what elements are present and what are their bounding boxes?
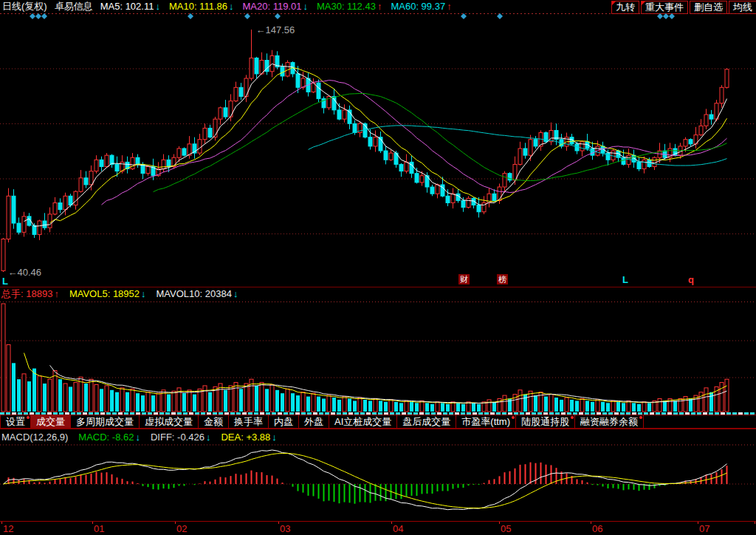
- axis-tick: [499, 522, 500, 524]
- volume-label: 总手: 18893↑: [1, 287, 59, 301]
- top-bar: 日线(复权) 卓易信息 MA5: 102.11↓MA10: 111.86↓MA2…: [0, 0, 756, 13]
- svg-text:财: 财: [460, 275, 468, 284]
- signal-diamonds: [30, 13, 675, 19]
- tab-换手率[interactable]: 换手率: [229, 415, 269, 428]
- axis-month-label: 12: [3, 523, 13, 534]
- ma-label: MA30: 112.43↑: [317, 1, 382, 12]
- tab-设置[interactable]: 设置: [0, 415, 31, 428]
- tab-成交量[interactable]: 成交量: [31, 415, 71, 428]
- axis-tick: [278, 522, 279, 524]
- tab-bar: 设置成交量多周期成交量虚拟成交量金额换手率内盘外盘AI立桩成交量盘后成交量市盈率…: [0, 412, 756, 429]
- ma20-line: [102, 81, 727, 205]
- macd-label: DIFF: -0.426↓: [151, 432, 210, 443]
- event-badge-财[interactable]: 财: [458, 274, 470, 284]
- down-arrow-icon: ↓: [141, 288, 146, 299]
- corner-marker: L: [2, 276, 8, 287]
- signal-diamond-icon: [30, 13, 35, 19]
- mavol5-line: [24, 353, 727, 403]
- up-arrow-icon: ↑: [377, 1, 382, 12]
- down-arrow-icon: ↓: [303, 1, 308, 12]
- down-arrow-icon: ↓: [233, 288, 238, 299]
- tab-外盘[interactable]: 外盘: [299, 415, 329, 428]
- signal-diamond-icon: [188, 13, 193, 19]
- tab-多周期成交量[interactable]: 多周期成交量: [71, 415, 140, 428]
- macd-title: MACD(12,26,9): [1, 432, 68, 443]
- down-arrow-icon: ↓: [272, 432, 277, 443]
- up-arrow-icon: ↑: [447, 1, 452, 12]
- axis-month-label: 05: [501, 523, 511, 534]
- volume-bars: [1, 304, 729, 412]
- down-arrow-icon: ↓: [206, 432, 211, 443]
- down-arrow-icon: ↓: [229, 1, 234, 12]
- tab-金额[interactable]: 金额: [199, 415, 229, 428]
- svg-text:榜: 榜: [498, 275, 506, 284]
- tab-陆股通持股[interactable]: 陆股通持股: [516, 415, 575, 428]
- ma-label: MA5: 102.11↓: [100, 1, 160, 12]
- ma10-line: [50, 68, 727, 223]
- volume-label: MAVOL5: 18952↓: [69, 288, 146, 299]
- ma-label: MA60: 99.37↑: [391, 1, 451, 12]
- tab-AI立桩成交量[interactable]: AI立桩成交量: [329, 415, 397, 428]
- low-price-annotation: ←40.46: [8, 267, 42, 278]
- down-arrow-icon: ↓: [135, 432, 140, 443]
- signal-diamond-icon: [497, 13, 503, 19]
- tab-盘后成交量[interactable]: 盘后成交量: [397, 415, 456, 428]
- signal-diamond-icon: [244, 13, 250, 19]
- signal-diamond-icon: [657, 13, 663, 19]
- stock-name: 卓易信息: [55, 0, 93, 13]
- signal-diamond-icon: [669, 13, 675, 19]
- high-price-annotation: ←147.56: [256, 24, 295, 35]
- macd-label: MACD: -8.62↓: [78, 432, 140, 443]
- axis-month-label: 06: [592, 523, 602, 534]
- macd-chart[interactable]: [0, 444, 756, 521]
- axis-tick: [755, 522, 755, 524]
- volume-label: MAVOL10: 20384↓: [157, 288, 238, 299]
- tab-市盈率(ttm)[interactable]: 市盈率(ttm): [456, 415, 516, 428]
- ma-values: MA5: 102.11↓MA10: 111.86↓MA20: 119.01↓MA…: [100, 1, 452, 12]
- ma-label: MA20: 119.01↓: [242, 1, 307, 12]
- axis-tick: [591, 522, 591, 524]
- main-chart[interactable]: ←147.56←40.46财榜LqL: [0, 13, 756, 287]
- axis-month-label: 03: [280, 523, 290, 534]
- chart-marker-q: q: [688, 274, 694, 285]
- tab-内盘[interactable]: 内盘: [269, 415, 299, 428]
- macd-header: MACD(12,26,9) MACD: -8.62↓DIFF: -0.426↓D…: [1, 431, 277, 443]
- signal-diamond-icon: [41, 13, 47, 19]
- axis-tick: [698, 522, 698, 524]
- signal-diamond-icon: [35, 13, 41, 19]
- signal-diamond-icon: [275, 13, 281, 19]
- ma-label: MA10: 111.86↓: [169, 1, 234, 12]
- candles: [1, 30, 729, 272]
- down-arrow-icon: ↓: [155, 1, 160, 12]
- up-arrow-icon: ↑: [54, 288, 59, 299]
- macd-values: MACD: -8.62↓DIFF: -0.426↓DEA: +3.88↓: [78, 432, 276, 443]
- tab-虚拟成交量[interactable]: 虚拟成交量: [140, 415, 199, 428]
- axis-month-label: 02: [176, 523, 187, 534]
- signal-diamond-icon: [461, 13, 467, 19]
- chart-marker-L: L: [622, 274, 628, 285]
- axis-tick: [175, 522, 176, 524]
- axis-month-label: 07: [699, 523, 709, 534]
- axis-tick: [92, 522, 93, 524]
- macd-histogram: [9, 463, 727, 504]
- axis-tick: [391, 522, 392, 524]
- signal-diamond-icon: [663, 13, 669, 19]
- axis-month-label: 04: [393, 523, 403, 534]
- axis-month-label: 01: [94, 523, 104, 534]
- volume-header: 总手: 18893↑MAVOL5: 18952↓MAVOL10: 20384↓: [1, 287, 238, 300]
- period-label[interactable]: 日线(复权): [2, 0, 47, 13]
- date-axis: 1201020304050607: [0, 521, 756, 535]
- tab-融资融券余额[interactable]: 融资融券余额: [575, 415, 644, 428]
- volume-chart[interactable]: [0, 301, 756, 412]
- axis-tick: [1, 522, 2, 524]
- event-badge-榜[interactable]: 榜: [497, 274, 508, 284]
- macd-label: DEA: +3.88↓: [221, 432, 276, 443]
